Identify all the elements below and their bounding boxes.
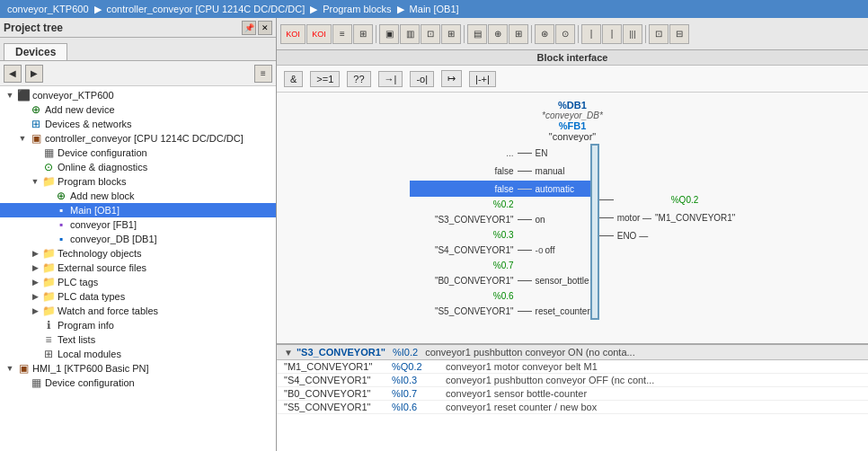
block-header: %DB1 *conveyor_DB* %FB1 "conveyor" [514,100,631,142]
tab-devices[interactable]: Devices [4,43,67,60]
tree-label-plc-tags: PLC tags [58,277,98,287]
nav-forward-button[interactable]: ▶ [25,65,43,83]
tree-label-hmi-1: HMI_1 [KTP600 Basic PN] [32,363,149,374]
tree-label-plc-data-types: PLC data types [58,291,125,302]
toolbar-btn-9[interactable]: ▤ [467,24,487,44]
toolbar-btn-16[interactable]: ||| [623,24,642,44]
toolbar-btn-18[interactable]: ⊟ [669,24,689,44]
toolbar-btn-1[interactable]: KOI [280,24,306,44]
project-tree-title: Project tree [4,22,63,34]
ext-folder-icon: 📁 [41,261,56,274]
logic-btn-sr[interactable]: |-+| [469,71,496,87]
bottom-desc-m1: conveyor1 motor conveyor belt M1 [442,361,864,372]
logic-btn-no-coil[interactable]: -o| [410,71,434,87]
tree-item-online-diag[interactable]: ⊙ Online & diagnostics [0,160,276,174]
expand-device-config [29,146,41,159]
tree-item-technology-objects[interactable]: ▶ 📁 Technology objects [0,246,276,261]
tree-item-watch-force[interactable]: ▶ 📁 Watch and force tables [0,304,276,318]
tree-item-hmi-1[interactable]: ▼ ▣ HMI_1 [KTP600 Basic PN] [0,361,276,376]
breadcrumb-part-3[interactable]: Program blocks [323,4,391,14]
bottom-table: ▼ "S3_CONVEYOR1" %I0.2 conveyor1 pushbut… [277,343,868,451]
cpu-icon: ▣ [29,132,43,145]
logic-btn-question[interactable]: ?? [347,71,370,87]
toolbar-btn-2[interactable]: KOI [306,24,332,44]
tree-item-conveyor-ktp600[interactable]: ▼ ⬛ conveyor_KTP600 [0,88,276,102]
breadcrumb-part-4[interactable]: Main [OB1] [410,4,459,14]
toolbar-menu-button[interactable]: ≡ [254,65,272,83]
tree-item-add-new-device[interactable]: ⊕ Add new device [0,102,276,117]
right-panel: KOI KOI ≡ ⊞ ▣ ▥ ⊡ ⊞ ▤ ⊕ ⊞ ⊛ ⊙ | | ||| ⊡ … [277,18,868,451]
bottom-table-header[interactable]: ▼ "S3_CONVEYOR1" %I0.2 conveyor1 pushbut… [277,345,868,360]
toolbar-btn-8[interactable]: ⊞ [441,24,461,44]
folder-icon: 📁 [41,175,56,188]
tree-item-text-lists[interactable]: ≡ Text lists [0,332,276,347]
tree-item-plc-tags[interactable]: ▶ 📁 PLC tags [0,275,276,289]
bottom-name-s5: "S5_CONVEYOR1" [280,402,388,412]
toolbar-btn-11[interactable]: ⊞ [509,24,528,44]
fb-block-icon: ▪ [54,218,68,231]
diag-icon: ⊙ [41,161,56,173]
tree-item-device-config[interactable]: ▦ Device configuration [0,146,276,160]
expand-plc-data-types[interactable]: ▶ [29,290,41,303]
tree-item-hmi-device-config[interactable]: ▦ Device configuration [0,376,276,390]
bottom-name-b0: "B0_CONVEYOR1" [280,388,388,399]
logic-btn-coil[interactable]: →| [378,71,403,87]
tree-item-conveyor-fb1[interactable]: ▪ conveyor [FB1] [0,217,276,232]
bottom-desc-b0: conveyor1 sensor bottle-counter [442,388,864,399]
expand-controller[interactable]: ▼ [16,132,29,145]
logic-btn-or[interactable]: >=1 [310,71,340,87]
conn-s5-label: "S5_CONVEYOR1" [410,306,518,316]
toolbar-btn-4[interactable]: ⊞ [353,24,373,44]
conn-label-automatic: automatic [532,184,574,194]
logic-btn-assign[interactable]: ↦ [441,70,462,87]
conn-row-s4-addr: %0.3 [410,228,590,241]
tree-item-devices-networks[interactable]: ⊞ Devices & networks [0,117,276,131]
nav-back-button[interactable]: ◀ [4,65,22,83]
expand-conveyor-ktp600[interactable]: ▼ [4,89,16,102]
expand-hmi-1[interactable]: ▼ [4,362,16,375]
expand-program-blocks[interactable]: ▼ [29,175,41,188]
tree-item-program-blocks[interactable]: ▼ 📁 Program blocks [0,174,276,189]
expand-external-source[interactable]: ▶ [29,261,41,274]
panel-close-button[interactable]: ✕ [258,21,272,35]
tree-item-controller-conveyor[interactable]: ▼ ▣ controller_conveyor [CPU 1214C DC/DC… [0,131,276,146]
bottom-addr-m1: %Q0.2 [388,361,442,372]
conn-wire-s4 [518,250,532,251]
tree-item-main-ob1[interactable]: ▪ Main [OB1] [0,203,276,217]
conn-wire-s5 [518,311,532,312]
breadcrumb-part-2[interactable]: controller_conveyor [CPU 1214C DC/DC/DC] [107,4,306,14]
bottom-addr-s4: %I0.3 [388,375,442,385]
expand-watch-force[interactable]: ▶ [29,305,41,317]
breadcrumb-part-1[interactable]: conveyor_KTP600 [7,4,89,14]
tree-item-plc-data-types[interactable]: ▶ 📁 PLC data types [0,289,276,304]
toolbar-btn-13[interactable]: ⊙ [555,24,575,44]
toolbar-btn-7[interactable]: ⊡ [421,24,440,44]
tree-item-program-info[interactable]: ℹ Program info [0,318,276,332]
expand-devices-networks [16,118,29,130]
toolbar-btn-6[interactable]: ▥ [400,24,420,44]
expand-tech-objects[interactable]: ▶ [29,247,41,260]
local-modules-icon: ⊞ [41,348,56,360]
toolbar-btn-12[interactable]: ⊛ [535,24,554,44]
toolbar-btn-14[interactable]: | [581,24,601,44]
tree-label-external-source: External source files [58,262,146,273]
panel-pin-button[interactable]: 📌 [242,21,256,35]
toolbar-btn-5[interactable]: ▣ [379,24,399,44]
toolbar-btn-10[interactable]: ⊕ [488,24,508,44]
conn-label-manual: manual [532,166,565,176]
tree-item-add-new-block[interactable]: ⊕ Add new block [0,189,276,203]
text-lists-icon: ≡ [41,333,56,346]
plc-tags-folder-icon: 📁 [41,276,56,288]
bottom-desc-s4: conveyor1 pushbutton conveyor OFF (nc co… [442,375,864,385]
logic-btn-and[interactable]: & [284,71,303,87]
tree-item-local-modules[interactable]: ⊞ Local modules [0,347,276,361]
toolbar-btn-3[interactable]: ≡ [332,24,352,44]
tree-item-conveyor-db1[interactable]: ▪ conveyor_DB [DB1] [0,232,276,246]
toolbar-btn-15[interactable]: | [602,24,622,44]
expand-plc-tags[interactable]: ▶ [29,276,41,288]
breadcrumb-arrow-1: ▶ [94,4,102,15]
tree-item-external-source[interactable]: ▶ 📁 External source files [0,261,276,275]
bottom-name-s4: "S4_CONVEYOR1" [280,375,388,385]
conn-en-dots: ... [410,148,518,158]
toolbar-btn-17[interactable]: ⊡ [649,24,669,44]
